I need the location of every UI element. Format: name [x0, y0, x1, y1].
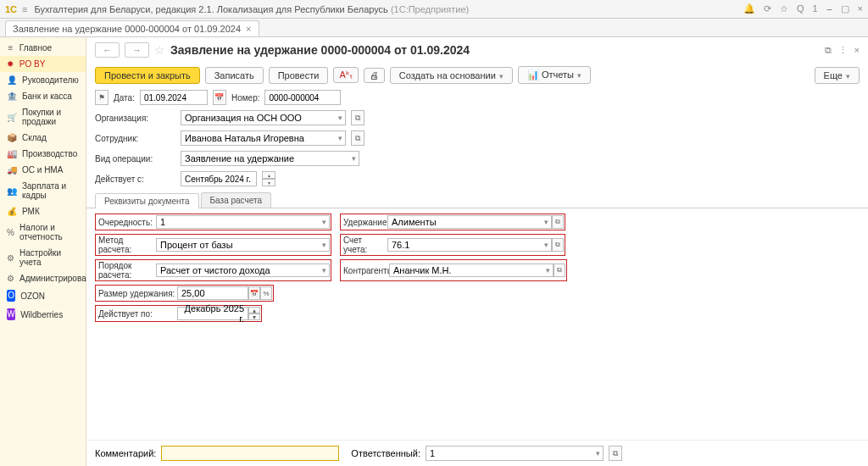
list-icon: ≡ — [7, 43, 14, 53]
more-button[interactable]: Еще▾ — [815, 67, 860, 84]
order-label: Порядок расчета: — [97, 261, 156, 280]
star-icon: ✸ — [7, 59, 14, 69]
nav-forward-button[interactable]: → — [125, 42, 149, 58]
sidebar-item-assets[interactable]: 🚚ОС и НМА — [0, 162, 86, 178]
reports-button[interactable]: 📊 Отчеты▾ — [518, 66, 591, 84]
emp-select[interactable]: Иванова Наталья Игоревна — [181, 130, 346, 146]
history-icon[interactable]: ⟳ — [764, 3, 771, 14]
open-resp-icon[interactable]: ⧉ — [609, 446, 622, 461]
sidebar-item-manager[interactable]: 👤Руководителю — [0, 72, 86, 88]
priority-label: Очередность: — [97, 218, 156, 227]
close-icon[interactable]: × — [858, 3, 863, 14]
sidebar-item-rmk[interactable]: 💰РМК — [0, 203, 86, 219]
cart-icon: 🛒 — [7, 113, 17, 122]
sidebar-item-poby[interactable]: ✸PO BY — [0, 56, 86, 72]
sidebar-item-hr[interactable]: 👥Зарплата и кадры — [0, 178, 86, 203]
comment-input[interactable] — [161, 446, 339, 461]
calc-icon[interactable]: 📅 — [248, 286, 260, 300]
flag-icon[interactable]: ⚑ — [95, 90, 108, 105]
sidebar-item-settings[interactable]: ⚙Настройки учета — [0, 245, 86, 270]
method-input[interactable]: Процент от базы — [156, 238, 330, 252]
document-title: Заявление на удержание 0000-000004 от 01… — [170, 43, 470, 57]
account-label: Счет учета: — [342, 236, 387, 254]
tab-close-icon[interactable]: × — [246, 24, 251, 34]
openlink-icon[interactable]: ⧉ — [825, 45, 832, 56]
print-button[interactable]: 🖨 — [364, 68, 385, 83]
order-input[interactable]: Расчет от чистого дохода — [156, 264, 330, 277]
until-label: Действует по: — [97, 309, 177, 319]
one-icon[interactable]: 1 — [812, 3, 817, 14]
favorite-icon[interactable]: ☆ — [154, 43, 165, 57]
comment-label: Комментарий: — [95, 448, 156, 458]
sidebar-item-admin[interactable]: ⚙Администрирование — [0, 270, 86, 286]
date-input[interactable] — [140, 90, 208, 105]
priority-input[interactable]: 1 — [156, 215, 330, 229]
account-input[interactable]: 76.1 — [387, 238, 552, 252]
sidebar-item-taxes[interactable]: %Налоги и отчетность — [0, 219, 86, 245]
sidebar-item-warehouse[interactable]: 📦Склад — [0, 130, 86, 146]
search-icon[interactable]: Q — [797, 3, 804, 14]
menu-dots-icon[interactable]: ⋮ — [838, 45, 848, 56]
wb-icon: W — [7, 308, 15, 320]
spinner-down-icon[interactable]: ▾ — [248, 313, 260, 320]
people-icon: 👥 — [7, 186, 17, 196]
open-account-icon[interactable]: ⧉ — [552, 238, 564, 252]
sidebar-item-main[interactable]: ≡Главное — [0, 40, 86, 56]
emp-label: Сотрудник: — [95, 134, 175, 143]
eff-label: Действует с: — [95, 175, 175, 184]
footer: Комментарий: Ответственный: 1 ⧉ — [86, 440, 868, 466]
sidebar-item-wildberries[interactable]: WWildberries — [0, 305, 86, 324]
spinner-up-icon[interactable]: ▴ — [262, 171, 275, 179]
deduction-input[interactable]: Алименты — [387, 215, 552, 229]
star-icon[interactable]: ☆ — [780, 3, 788, 14]
ozon-icon: O — [7, 290, 15, 302]
box-icon: 📦 — [7, 133, 17, 142]
minimize-icon[interactable]: ‒ — [826, 3, 832, 14]
org-label: Организация: — [95, 114, 175, 123]
sidebar-item-sales[interactable]: 🛒Покупки и продажи — [0, 104, 86, 130]
spinner-down-icon[interactable]: ▾ — [262, 179, 275, 186]
optype-label: Вид операции: — [95, 154, 175, 164]
sidebar-item-ozon[interactable]: OOZON — [0, 286, 86, 305]
number-input[interactable] — [264, 90, 341, 105]
save-button[interactable]: Записать — [205, 67, 264, 84]
number-label: Номер: — [231, 93, 260, 103]
document-tabs: Заявление на удержание 0000-000004 от 01… — [0, 19, 868, 37]
post-button[interactable]: Провести — [269, 67, 329, 84]
menu-icon[interactable]: ≡ — [22, 4, 27, 14]
close-doc-icon[interactable]: × — [854, 45, 860, 56]
until-input[interactable]: Декабрь 2025 г. — [177, 307, 248, 320]
method-label: Метод расчета: — [97, 236, 156, 254]
post-close-button[interactable]: Провести и закрыть — [95, 67, 200, 84]
contractor-input[interactable]: Ананчик М.Н. — [389, 264, 554, 277]
money-icon: 💰 — [7, 207, 17, 216]
detail-tabs: Реквизиты документа База расчета — [86, 189, 868, 208]
eff-input[interactable] — [181, 171, 257, 186]
open-org-icon[interactable]: ⧉ — [351, 110, 364, 125]
open-emp-icon[interactable]: ⧉ — [351, 130, 364, 146]
create-based-button[interactable]: Создать на основании▾ — [390, 67, 513, 84]
bell-icon[interactable]: 🔔 — [743, 3, 755, 14]
sidebar-item-bank[interactable]: 🏦Банк и касса — [0, 88, 86, 104]
size-input[interactable]: 25,00 — [177, 286, 248, 300]
nav-back-button[interactable]: ← — [95, 42, 120, 58]
percent-icon: % — [7, 228, 14, 237]
document-tab[interactable]: Заявление на удержание 0000-000004 от 01… — [5, 20, 259, 36]
bank-icon: 🏦 — [7, 92, 17, 101]
size-label: Размер удержания: — [97, 289, 177, 298]
tab-base[interactable]: База расчета — [201, 192, 271, 208]
maximize-icon[interactable]: ▢ — [841, 3, 849, 14]
sidebar: ≡Главное ✸PO BY 👤Руководителю 🏦Банк и ка… — [0, 37, 86, 466]
toolbar: Провести и закрыть Записать Провести Aᵏₜ… — [86, 63, 868, 87]
org-select[interactable]: Организация на ОСН ООО — [181, 110, 346, 125]
open-deduction-icon[interactable]: ⧉ — [552, 215, 564, 229]
resp-select[interactable]: 1 — [426, 446, 604, 461]
dt-kt-button[interactable]: Aᵏₜ — [333, 67, 358, 83]
calendar-icon[interactable]: 📅 — [213, 90, 226, 105]
document-header: ← → ☆ Заявление на удержание 0000-000004… — [86, 37, 868, 63]
person-icon: 👤 — [7, 75, 17, 85]
optype-select[interactable]: Заявление на удержание — [181, 151, 359, 166]
open-contractor-icon[interactable]: ⧉ — [554, 264, 565, 277]
tab-requisites[interactable]: Реквизиты документа — [95, 193, 199, 208]
sidebar-item-production[interactable]: 🏭Производство — [0, 146, 86, 162]
